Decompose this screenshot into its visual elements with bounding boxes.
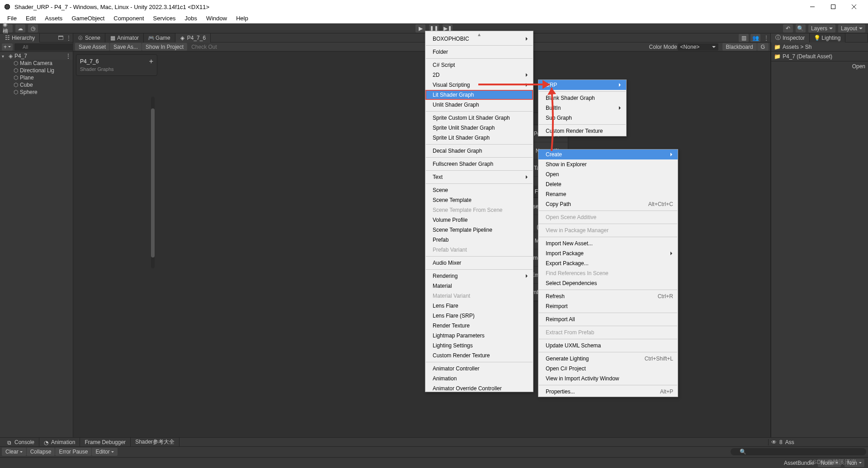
context-menu-shader[interactable]: ▴BOXOPHOBICFolderC# Script2DVisual Scrip… — [425, 31, 533, 392]
show-in-project-button[interactable]: Show In Project — [142, 43, 187, 51]
tab-shader-ref[interactable]: Shader参考大全 — [131, 438, 179, 447]
undo-redo-button[interactable]: ↶ — [783, 24, 793, 33]
menu-item[interactable]: Folder — [425, 47, 533, 57]
open-button[interactable]: Open — [852, 63, 865, 70]
hierarchy-item[interactable]: ⬡Main Camera — [0, 60, 73, 67]
menu-item[interactable]: Fullscreen Shader Graph — [425, 159, 533, 169]
menu-gameobject[interactable]: GameObject — [67, 14, 109, 23]
menu-item[interactable]: Sprite Custom Lit Shader Graph — [425, 113, 533, 123]
editor-dropdown[interactable]: Editor — [92, 448, 117, 456]
error-pause-button[interactable]: Error Pause — [55, 448, 91, 456]
sg-tool-button-1[interactable]: ▥ — [739, 34, 749, 42]
menu-item[interactable]: Custom Render Texture — [538, 126, 626, 136]
menu-item[interactable]: Lightmap Parameters — [425, 331, 533, 341]
layout-dropdown[interactable]: Layout — [838, 24, 865, 33]
collapse-button[interactable]: Collapse — [27, 448, 55, 456]
menu-item[interactable]: Blank Shader Graph — [538, 93, 626, 103]
tab-game[interactable]: 🎮Game — [144, 33, 175, 42]
menu-item[interactable]: Generate LightingCtrl+Shift+L — [538, 354, 678, 364]
account-button[interactable]: ◉ 楠 — [3, 24, 13, 33]
menu-item[interactable]: Visual Scripting — [425, 80, 533, 90]
menu-item[interactable]: Lit Shader Graph — [425, 90, 533, 100]
console-search[interactable] — [731, 448, 866, 455]
menu-item[interactable]: Properties...Alt+P — [538, 387, 678, 397]
panel-maximize-button[interactable]: 🗖 — [57, 35, 65, 41]
menu-item[interactable]: Open C# Project — [538, 364, 678, 374]
menu-item[interactable]: Create — [538, 150, 678, 159]
menu-item[interactable]: Export Package... — [538, 258, 678, 268]
menu-item[interactable]: BOXOPHOBIC — [425, 34, 533, 44]
tab-animation[interactable]: ◔Animation — [39, 438, 80, 447]
menu-assets[interactable]: Assets — [40, 14, 67, 23]
panel-options-button[interactable]: ⋮ — [65, 35, 73, 41]
layers-dropdown[interactable]: Layers — [808, 24, 835, 33]
menu-item[interactable]: Open — [538, 169, 678, 179]
breadcrumb[interactable]: Assets > Sh — [783, 44, 811, 50]
menu-item[interactable]: Prefab — [425, 235, 533, 245]
menu-item[interactable]: Sub Graph — [538, 113, 626, 123]
tab-hierarchy[interactable]: ☷Hierarchy — [0, 33, 40, 42]
menu-item[interactable]: Delete — [538, 179, 678, 189]
menu-item[interactable]: Render Texture — [425, 321, 533, 331]
menu-item[interactable]: Material — [425, 281, 533, 291]
menu-item[interactable]: Text — [425, 172, 533, 182]
menu-item[interactable]: Lens Flare (SRP) — [425, 311, 533, 321]
tab-animator[interactable]: ▦Animator — [105, 33, 144, 42]
menu-item[interactable]: BuiltIn — [538, 103, 626, 113]
context-menu-urp[interactable]: URPBlank Shader GraphBuiltInSub GraphCus… — [538, 80, 627, 136]
menu-item[interactable]: Scene — [425, 185, 533, 195]
menu-item[interactable]: Import New Asset... — [538, 239, 678, 248]
menu-help[interactable]: Help — [231, 14, 253, 23]
clear-button[interactable]: Clear — [2, 448, 26, 456]
tab-scene[interactable]: ⦾Scene — [73, 33, 105, 42]
menu-item[interactable]: Animator Controller — [425, 364, 533, 374]
maximize-button[interactable] — [823, 0, 844, 14]
panel-options-button[interactable]: ⋮ — [762, 35, 770, 41]
tab-shadergraph[interactable]: ◈P4_7_6 — [175, 33, 211, 42]
save-as-button[interactable]: Save As... — [110, 43, 142, 51]
menu-item[interactable]: View in Import Activity Window — [538, 374, 678, 384]
graph-scrollbar-thumb[interactable] — [151, 108, 155, 257]
tab-inspector[interactable]: ⓘInspector — [771, 33, 810, 42]
save-asset-button[interactable]: Save Asset — [75, 43, 109, 51]
menu-component[interactable]: Component — [109, 14, 148, 23]
sg-tool-button-2[interactable]: 👥 — [750, 34, 760, 42]
cloud-button[interactable]: ☁ — [15, 24, 25, 33]
menu-item[interactable]: Rendering — [425, 271, 533, 281]
menu-item[interactable]: Unlit Shader Graph — [425, 100, 533, 110]
menu-item[interactable]: 2D — [425, 70, 533, 80]
graph-inspector-toggle[interactable]: G — [757, 43, 769, 51]
context-menu-assets[interactable]: CreateShow in ExplorerOpenDeleteRenameCo… — [538, 149, 678, 397]
menu-window[interactable]: Window — [202, 14, 231, 23]
menu-item[interactable]: RefreshCtrl+R — [538, 291, 678, 301]
play-button[interactable]: ▶ — [415, 24, 425, 33]
menu-item[interactable]: URP — [538, 80, 626, 90]
menu-item[interactable]: Scene Template — [425, 195, 533, 205]
menu-item[interactable]: Sprite Lit Shader Graph — [425, 133, 533, 143]
menu-item[interactable]: Lens Flare — [425, 301, 533, 311]
hierarchy-item[interactable]: ⬡Directional Lig — [0, 67, 73, 74]
menu-item[interactable]: C# Script — [425, 60, 533, 70]
menu-item[interactable]: Audio Mixer — [425, 258, 533, 268]
hierarchy-item[interactable]: ⬡Cube — [0, 81, 73, 89]
menu-item[interactable]: Scene Template Pipeline — [425, 225, 533, 235]
menu-jobs[interactable]: Jobs — [180, 14, 201, 23]
menu-item[interactable]: Custom Render Texture — [425, 351, 533, 360]
menu-edit[interactable]: Edit — [21, 14, 40, 23]
menu-item[interactable]: Select Dependencies — [538, 278, 678, 288]
menu-item[interactable]: Animator Override Controller — [425, 384, 533, 392]
blackboard-toggle[interactable]: Blackboard — [722, 43, 757, 51]
menu-item[interactable]: Update UXML Schema — [538, 341, 678, 351]
menu-item[interactable]: Sprite Unlit Shader Graph — [425, 123, 533, 133]
blackboard-add-button[interactable]: + — [149, 57, 153, 66]
blackboard[interactable]: P4_7_6+ Shader Graphs — [76, 54, 157, 76]
color-mode-dropdown[interactable]: <None> — [678, 43, 718, 51]
menu-item[interactable]: Reimport All — [538, 314, 678, 324]
scene-options-button[interactable]: ⋮ — [66, 53, 71, 59]
search-button[interactable]: 🔍 — [796, 24, 806, 33]
undo-history-button[interactable]: ◷ — [28, 24, 38, 33]
tab-frame-debugger[interactable]: Frame Debugger — [80, 438, 131, 447]
tab-lighting[interactable]: 💡Lighting — [810, 33, 845, 42]
hierarchy-item[interactable]: ⬡Plane — [0, 74, 73, 81]
graph-scrollbar[interactable] — [151, 97, 155, 268]
